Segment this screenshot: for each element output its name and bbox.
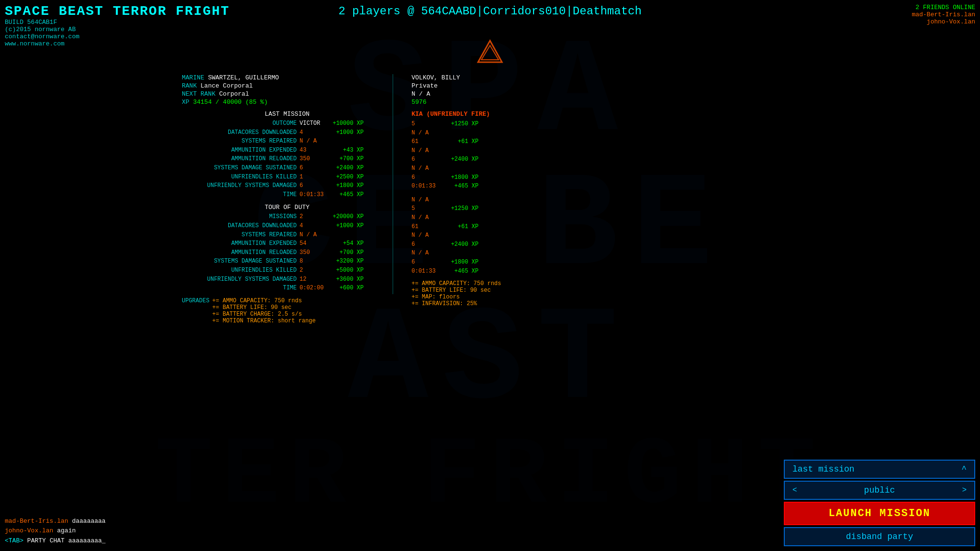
upgrades-section: UPGRADES += AMMO CAPACITY: 750 rnds += B… — [182, 298, 392, 324]
tour-header: TOUR OF DUTY — [182, 204, 392, 211]
chat-area: mad-Bert-Iris.lan daaaaaaaa johno-Vox.la… — [5, 517, 106, 546]
p2-tour-unfriendly-systems-xp: +1800 XP — [440, 258, 479, 267]
p2-tour-missions-xp — [440, 196, 479, 205]
upgrade3: += BATTERY CHARGE: 2.5 s/s — [212, 311, 316, 318]
player1-xp-label: XP — [182, 99, 189, 106]
website-info: www.nornware.com — [5, 40, 230, 47]
time-xp: +465 XP — [325, 190, 364, 199]
systems-damage-xp: +2400 XP — [325, 164, 364, 173]
player1-rank-value: Lance Corporal — [200, 82, 253, 89]
tour-unfriendly-systems-label: UNFRIENDLY SYSTEMS DAMAGED — [182, 275, 297, 284]
game-title: SPACE BEAST TERROR FRIGHT — [5, 4, 230, 19]
p2-tour-ammo-xp: +61 XP — [440, 222, 479, 231]
p2-ammo-value: 61 — [412, 137, 440, 146]
player1-rank-line: RANK Lance Corporal — [182, 82, 392, 89]
p2-tour-missions: N / A — [412, 196, 440, 205]
p2-datacores-value: 5 — [412, 120, 440, 129]
chat-name2: johno-Vox.lan — [5, 527, 53, 534]
bottom-right-ui[interactable]: last mission ^ < public > LAUNCH MISSION… — [784, 460, 975, 546]
tour-unfriendly-systems-xp: +3600 XP — [325, 275, 364, 284]
p2-tour-systems-damage: 6 — [412, 240, 440, 249]
chat-line3[interactable]: <TAB> PARTY CHAT aaaaaaaaa_ — [5, 536, 106, 546]
public-button[interactable]: < public > — [784, 481, 975, 500]
arrow-right-icon: > — [962, 486, 967, 495]
ammo-expended-xp: +43 XP — [325, 146, 364, 155]
p2-tour-time: 0:01:33 — [412, 267, 440, 276]
upgrade2: += BATTERY LIFE: 90 sec — [212, 304, 316, 311]
chat-msg2: again — [57, 527, 76, 534]
p2-tour-systems-xp — [440, 213, 479, 222]
rank-chevron-icon — [476, 38, 504, 69]
chat-msg1: daaaaaaaa — [72, 518, 105, 525]
player2-next-rank: N / A — [412, 90, 612, 98]
time-value: 0:01:33 — [300, 190, 325, 199]
server-info-text: 2 players @ 564CAABD|Corridors010|Deathm… — [338, 5, 642, 18]
ammo-expended-value: 43 — [300, 146, 325, 155]
build-info: BUILD 564CAB1F — [5, 19, 230, 26]
p2-tour-systems-damage-xp: +2400 XP — [440, 240, 479, 249]
tour-ammo-reload-label: AMMUNITION RELOADED — [182, 248, 297, 257]
p2-tour-unfriendlies: N / A — [412, 249, 440, 258]
tour-unfriendly-systems-value: 12 — [300, 275, 325, 284]
player2-stats: VOLKOV, BILLY Private N / A 5976 KIA (UN… — [412, 74, 612, 307]
p2-tour-ammo-reload-xp — [440, 231, 479, 240]
kia-text: KIA (UNFRIENDLY FIRE) — [412, 110, 490, 118]
tour-stats: MISSIONS 2 +20000 XP DATACORES DOWNLOADE… — [182, 212, 392, 292]
p2-tour-datacores-xp: +1250 XP — [440, 204, 479, 213]
upgrade1: += AMMO CAPACITY: 750 rnds — [212, 298, 316, 304]
last-mission-stats: OUTCOME VICTOR +10000 XP DATACORES DOWNL… — [182, 119, 392, 199]
time-label: TIME — [182, 190, 297, 199]
systems-repaired-label: SYSTEMS REPAIRED — [182, 137, 297, 146]
p2-tour-time-xp: +465 XP — [440, 267, 479, 276]
chat-input[interactable]: aaaaaaaaa_ — [68, 537, 106, 544]
tour-missions-label: MISSIONS — [182, 212, 297, 221]
player2-name: VOLKOV, BILLY — [412, 74, 612, 81]
ammo-reloaded-value: 350 — [300, 154, 325, 164]
p2-upgrade2: += BATTERY LIFE: 90 sec — [412, 287, 612, 294]
top-right-friends: 2 FRIENDS ONLINE mad-Bert-Iris.lan johno… — [912, 4, 975, 25]
player1-marine-label: MARINE — [182, 74, 204, 81]
tour-time-label: TIME — [182, 284, 297, 293]
tour-datacores-value: 4 — [300, 221, 325, 231]
tour-time-value: 0:02:00 — [300, 284, 325, 293]
p2-time-xp: +465 XP — [440, 182, 479, 191]
tour-ammo-reload-xp: +700 XP — [325, 248, 364, 257]
p2-upgrade1: += AMMO CAPACITY: 750 rnds — [412, 280, 612, 287]
last-mission-button[interactable]: last mission ^ — [784, 460, 975, 479]
chat-line1: mad-Bert-Iris.lan daaaaaaaa — [5, 517, 106, 527]
player2-kia: KIA (UNFRIENDLY FIRE) — [412, 110, 612, 118]
unfriendly-systems-label: UNFRIENDLY SYSTEMS DAMAGED — [182, 181, 297, 190]
p2-time-value: 0:01:33 — [412, 182, 440, 191]
tour-unfriendlies-value: 2 — [300, 266, 325, 275]
unfriendlies-value: 1 — [300, 173, 325, 182]
unfriendlies-xp: +2500 XP — [325, 173, 364, 182]
server-info: 2 players @ 564CAABD|Corridors010|Deathm… — [338, 5, 642, 18]
chat-line2: johno-Vox.lan again — [5, 526, 106, 536]
p2-unfriendlies-value: N / A — [412, 164, 440, 173]
contact-info: contact@nornware.com — [5, 33, 230, 40]
p2-systems-value: N / A — [412, 129, 440, 138]
arrow-left-icon: < — [792, 486, 797, 495]
p2-upgrade3: += MAP: floors — [412, 294, 612, 300]
disband-party-button[interactable]: disband party — [784, 527, 975, 546]
tour-systems-damage-value: 8 — [300, 257, 325, 266]
launch-mission-button[interactable]: LAUNCH MISSION — [784, 502, 975, 525]
tour-systems-damage-label: SYSTEMS DAMAGE SUSTAINED — [182, 257, 297, 266]
player-divider — [392, 74, 393, 294]
p2-ammo-reload-value: N / A — [412, 146, 440, 155]
tour-systems-xp — [325, 231, 364, 240]
player2-last-mission: 5 +1250 XP N / A 61 +61 XP N / A 6 +2400… — [412, 120, 612, 191]
tour-time-xp: +600 XP — [325, 284, 364, 293]
p2-tour-unfriendly-systems: 6 — [412, 258, 440, 267]
player1-xp-line: XP 34154 / 40000 (85 %) — [182, 99, 392, 106]
ammo-expended-label: AMMUNITION EXPENDED — [182, 146, 297, 155]
p2-tour-unfriendlies-xp — [440, 249, 479, 258]
chat-tab-label: <TAB> — [5, 537, 23, 544]
ammo-reloaded-xp: +700 XP — [325, 154, 364, 164]
p2-unfriendly-systems-xp: +1800 XP — [440, 173, 479, 182]
tour-ammo-label: AMMUNITION EXPENDED — [182, 239, 297, 248]
unfriendly-systems-xp: +1800 XP — [325, 181, 364, 190]
p2-upgrade4: += INFRAVISION: 25% — [412, 300, 612, 307]
last-mission-label: last mission — [792, 464, 855, 474]
copyright-info: (c)2015 nornware AB — [5, 26, 230, 33]
